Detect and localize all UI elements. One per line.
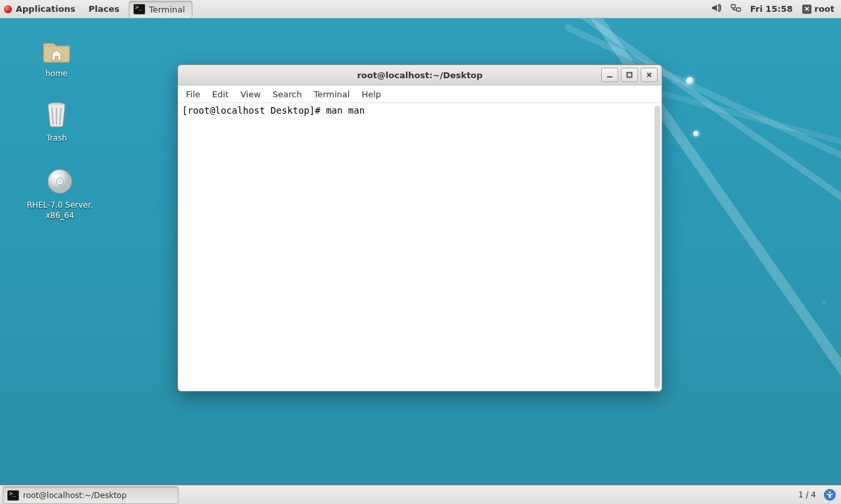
dvd-icon (44, 166, 76, 197)
taskbar-app-label: Terminal (149, 5, 185, 14)
svg-rect-1 (737, 8, 740, 11)
bottom-panel: root@localhost:~/Desktop 1 / 4 (0, 485, 841, 504)
user-badge-icon: ✕ (802, 5, 811, 14)
volume-icon[interactable] (711, 3, 721, 15)
user-menu[interactable]: ✕ root (802, 4, 835, 14)
desktop-icon-dvd[interactable]: RHEL-7.0 Server.x86_64 (17, 166, 102, 221)
window-controls (601, 68, 658, 82)
terminal-viewport[interactable]: [root@localhost Desktop]# man man (178, 103, 662, 391)
menu-help[interactable]: Help (361, 89, 381, 99)
desktop-icon-trash[interactable]: Trash (17, 99, 96, 143)
menu-search[interactable]: Search (273, 89, 302, 99)
terminal-line: [root@localhost Desktop]# man man (182, 105, 365, 116)
accessibility-icon (826, 491, 834, 499)
accessibility-button[interactable] (824, 489, 836, 501)
menu-file[interactable]: File (186, 89, 200, 99)
window-title: root@localhost:~/Desktop (178, 70, 662, 80)
trash-icon (41, 99, 72, 130)
svg-point-10 (829, 492, 831, 493)
svg-point-5 (58, 180, 61, 183)
desktop-icon-home[interactable]: home (17, 34, 96, 79)
places-menu[interactable]: Places (82, 0, 126, 18)
applications-label: Applications (16, 4, 76, 14)
terminal-menubar: File Edit View Search Terminal Help (178, 85, 662, 103)
distro-logo-icon (4, 5, 12, 13)
scrollbar[interactable] (654, 106, 660, 388)
svg-rect-7 (627, 73, 632, 78)
user-label: root (815, 4, 835, 14)
terminal-icon (133, 4, 145, 14)
taskbar-app-terminal[interactable]: Terminal (129, 1, 193, 18)
workspace-indicator[interactable]: 1 / 4 (793, 490, 821, 499)
desktop-icon-label: home (17, 68, 96, 79)
minimize-button[interactable] (601, 68, 618, 82)
top-panel: Applications Places Terminal Fri 15:58 ✕… (0, 0, 841, 18)
places-label: Places (89, 4, 120, 14)
terminal-icon (7, 490, 19, 501)
maximize-button[interactable] (621, 68, 638, 82)
system-tray: Fri 15:58 ✕ root (704, 3, 841, 15)
folder-home-icon (41, 34, 72, 66)
terminal-window[interactable]: root@localhost:~/Desktop File Edit View … (177, 64, 662, 392)
applications-menu[interactable]: Applications (0, 0, 82, 18)
desktop-icon-label: RHEL-7.0 Server.x86_64 (17, 200, 102, 221)
svg-rect-0 (731, 5, 735, 8)
taskbar-window-label: root@localhost:~/Desktop (23, 491, 127, 500)
clock[interactable]: Fri 15:58 (750, 4, 793, 14)
menu-edit[interactable]: Edit (212, 89, 229, 99)
desktop-icon-label: Trash (17, 133, 96, 143)
decor-orb (693, 131, 699, 137)
menu-view[interactable]: View (240, 89, 261, 99)
taskbar-window-terminal[interactable]: root@localhost:~/Desktop (3, 486, 179, 504)
decor-orb (686, 77, 694, 85)
window-titlebar[interactable]: root@localhost:~/Desktop (178, 65, 662, 85)
network-icon[interactable] (731, 3, 741, 15)
menu-terminal[interactable]: Terminal (313, 89, 350, 99)
close-button[interactable] (641, 68, 658, 82)
